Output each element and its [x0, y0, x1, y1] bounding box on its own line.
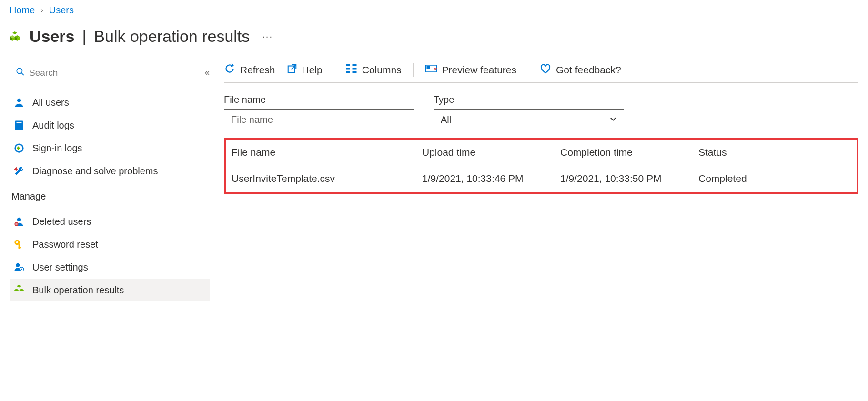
filter-type-label: Type [434, 94, 624, 105]
svg-rect-21 [352, 71, 356, 73]
preview-icon [425, 63, 437, 76]
feedback-label: Got feedback? [556, 64, 621, 76]
refresh-icon [224, 63, 235, 77]
svg-point-0 [17, 68, 22, 73]
sidebar-section-manage: Manage [10, 182, 210, 207]
svg-point-9 [16, 241, 18, 243]
sidebar-item-user-settings[interactable]: User settings [10, 256, 210, 279]
sidebar-item-label: Diagnose and solve problems [32, 166, 158, 177]
breadcrumb: Home › Users [10, 5, 858, 16]
page-title: Users | Bulk operation results [30, 27, 250, 46]
svg-rect-16 [346, 64, 350, 66]
sidebar-item-bulk-ops[interactable]: Bulk operation results [10, 279, 210, 301]
user-gear-icon [13, 261, 25, 273]
table-row[interactable]: UserInviteTemplate.csv 1/9/2021, 10:33:4… [226, 165, 857, 192]
breadcrumb-users[interactable]: Users [49, 5, 74, 16]
sidebar-item-label: Audit logs [32, 120, 74, 131]
svg-point-6 [17, 218, 21, 221]
sidebar-item-password-reset[interactable]: Password reset [10, 233, 210, 256]
toolbar-separator [413, 63, 414, 77]
svg-rect-19 [352, 64, 356, 66]
svg-rect-18 [346, 71, 350, 73]
col-header-status[interactable]: Status [698, 147, 851, 158]
refresh-button[interactable]: Refresh [224, 63, 275, 77]
filter-type-group: Type All [434, 94, 624, 130]
columns-icon [346, 63, 357, 76]
col-header-file[interactable]: File name [232, 147, 422, 158]
search-input[interactable] [29, 68, 189, 78]
sidebar-item-label: Bulk operation results [32, 285, 124, 296]
svg-point-14 [21, 269, 22, 270]
help-label: Help [302, 64, 323, 76]
toolbar-separator [334, 63, 334, 77]
external-link-icon [287, 63, 297, 76]
sidebar-item-diagnose[interactable]: Diagnose and solve problems [10, 160, 210, 182]
svg-point-2 [17, 99, 21, 102]
deleted-user-icon [13, 216, 25, 227]
filter-filename-input[interactable] [224, 109, 414, 130]
svg-rect-11 [19, 247, 21, 249]
refresh-label: Refresh [240, 64, 275, 76]
help-button[interactable]: Help [287, 63, 323, 76]
col-header-upload[interactable]: Upload time [422, 147, 560, 158]
sidebar-item-deleted-users[interactable]: Deleted users [10, 210, 210, 233]
columns-button[interactable]: Columns [346, 63, 402, 76]
book-icon [13, 120, 25, 131]
sidebar-item-signin-logs[interactable]: Sign-in logs [10, 137, 210, 160]
svg-line-1 [21, 73, 24, 75]
cell-status: Completed [698, 173, 851, 184]
sidebar: « All users Audit logs Sign-in logs Diag [10, 63, 210, 301]
svg-rect-4 [17, 122, 22, 123]
results-header-row: File name Upload time Completion time St… [226, 140, 857, 165]
filter-row: File name Type All [224, 94, 858, 130]
key-icon [13, 239, 25, 250]
svg-rect-23 [427, 67, 430, 69]
sidebar-item-all-users[interactable]: All users [10, 91, 210, 114]
person-icon [13, 97, 25, 108]
collapse-sidebar-icon[interactable]: « [205, 68, 210, 78]
filter-type-value: All [441, 114, 451, 125]
filter-filename-label: File name [224, 94, 414, 105]
sidebar-item-label: Password reset [32, 239, 98, 250]
page-title-separator: | [82, 27, 87, 46]
svg-rect-17 [346, 68, 350, 70]
signin-icon [13, 142, 25, 154]
search-icon [16, 67, 24, 78]
toolbar-separator [528, 63, 528, 77]
cell-upload: 1/9/2021, 10:33:46 PM [422, 173, 560, 184]
chevron-down-icon [609, 114, 617, 125]
preview-label: Preview features [442, 64, 516, 76]
cell-completion: 1/9/2021, 10:33:50 PM [560, 173, 698, 184]
sidebar-item-label: Sign-in logs [32, 143, 82, 154]
chevron-right-icon: › [40, 6, 43, 15]
svg-point-12 [16, 263, 20, 267]
more-actions-icon[interactable]: ··· [262, 31, 273, 42]
users-cube-icon [10, 31, 21, 42]
toolbar: Refresh Help Columns Preview feat [224, 63, 858, 83]
preview-button[interactable]: Preview features [425, 63, 516, 76]
heart-icon [540, 63, 551, 77]
feedback-button[interactable]: Got feedback? [540, 63, 621, 77]
page-title-main: Users [30, 27, 75, 46]
filter-type-select[interactable]: All [434, 109, 624, 130]
sidebar-item-label: User settings [32, 262, 88, 273]
sidebar-item-label: Deleted users [32, 216, 91, 227]
sidebar-item-label: All users [32, 97, 69, 108]
cell-file: UserInviteTemplate.csv [232, 173, 422, 184]
search-box[interactable] [10, 63, 195, 82]
col-header-completion[interactable]: Completion time [560, 147, 698, 158]
page-title-row: Users | Bulk operation results ··· [10, 27, 858, 46]
svg-rect-20 [352, 68, 356, 70]
columns-label: Columns [362, 64, 402, 76]
wrench-icon [13, 165, 25, 177]
breadcrumb-home[interactable]: Home [10, 5, 35, 16]
results-table-highlighted: File name Upload time Completion time St… [224, 138, 858, 194]
sidebar-item-audit-logs[interactable]: Audit logs [10, 114, 210, 137]
cubes-icon [13, 284, 25, 296]
main-content: Refresh Help Columns Preview feat [224, 63, 858, 301]
page-title-sub: Bulk operation results [94, 27, 250, 46]
filter-filename-group: File name [224, 94, 414, 130]
